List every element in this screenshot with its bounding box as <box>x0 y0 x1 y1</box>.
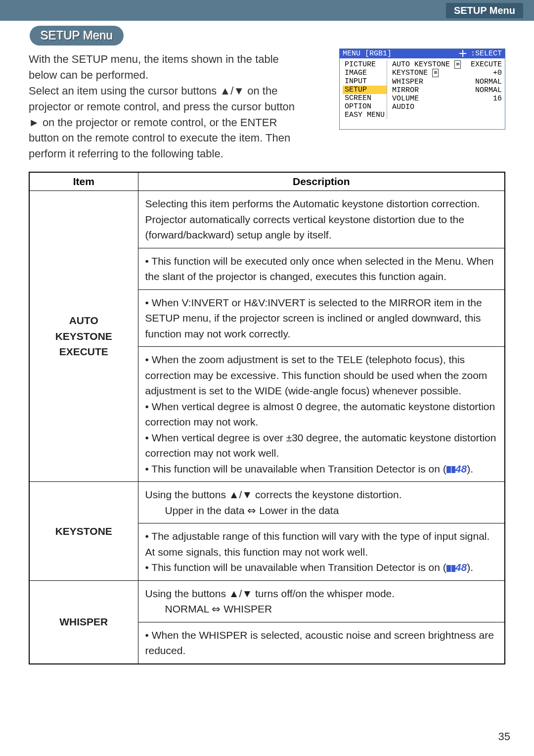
osd-left-item: PICTURE <box>343 60 387 69</box>
keystone-icon: ⌧ <box>432 69 439 77</box>
osd-menu-header: MENU [RGB1] :SELECT <box>340 49 505 58</box>
table-row: WHISPER Using the buttons ▲/▼ turns off/… <box>29 580 505 664</box>
osd-left-item: SCREEN <box>343 94 387 102</box>
item-keystone: KEYSTONE <box>29 482 138 581</box>
osd-left-item: EASY MENU <box>343 111 387 119</box>
divider <box>138 346 505 347</box>
osd-right-row: KEYSTONE ⌧+0 <box>392 69 502 77</box>
intro-text: With the SETUP menu, the items shown in … <box>0 46 326 162</box>
osd-menu-select: :SELECT <box>459 49 502 58</box>
osd-right-row: MIRRORNORMAL <box>392 86 502 94</box>
osd-left-item: INPUT <box>343 77 387 86</box>
osd-menu-body: PICTURE IMAGE INPUT SETUP SCREEN OPTION … <box>340 58 505 129</box>
desc-whisper: Using the buttons ▲/▼ turns off/on the w… <box>138 580 505 664</box>
keystone-icon: ⌧ <box>454 60 461 69</box>
divider <box>138 248 505 248</box>
osd-right-row: AUDIO <box>392 103 502 111</box>
col-item: Item <box>29 172 138 191</box>
book-icon <box>446 565 455 572</box>
header-bar: SETUP Menu <box>0 0 534 21</box>
desc-auto-keystone-execute: Selecting this item performs the Automat… <box>138 191 505 482</box>
osd-menu-illustration: MENU [RGB1] :SELECT PICTURE IMAGE INPUT … <box>339 48 505 130</box>
desc-keystone: Using the buttons ▲/▼ corrects the keyst… <box>138 482 505 581</box>
setup-table: Item Description AUTOKEYSTONEEXECUTE Sel… <box>29 172 505 664</box>
osd-right-row: WHISPERNORMAL <box>392 78 502 86</box>
item-auto-keystone-execute: AUTOKEYSTONEEXECUTE <box>29 191 138 482</box>
divider <box>138 289 505 290</box>
setup-table-wrap: Item Description AUTOKEYSTONEEXECUTE Sel… <box>0 162 534 664</box>
header-section: SETUP Menu <box>446 3 523 18</box>
osd-right-column: AUTO KEYSTONE ⌧EXECUTE KEYSTONE ⌧+0 WHIS… <box>387 60 502 119</box>
book-icon <box>446 466 455 473</box>
osd-left-item-highlighted: SETUP <box>343 86 387 94</box>
intro-p2: Select an item using the cursor buttons … <box>29 85 295 160</box>
page-number: 35 <box>498 730 510 743</box>
table-row: AUTOKEYSTONEEXECUTE Selecting this item … <box>29 191 505 482</box>
divider <box>138 523 505 523</box>
osd-menu-title: MENU [RGB1] <box>343 49 392 58</box>
osd-right-row: VOLUME16 <box>392 94 502 103</box>
intro-p1: With the SETUP menu, the items shown in … <box>29 53 279 81</box>
col-desc: Description <box>138 172 505 191</box>
page-ref: 48 <box>455 562 467 573</box>
osd-left-item: OPTION <box>343 102 387 111</box>
page-ref: 48 <box>455 463 467 474</box>
osd-left-item: IMAGE <box>343 69 387 77</box>
page-title-tab: SETUP Menu <box>30 26 124 46</box>
item-whisper: WHISPER <box>29 580 138 664</box>
osd-left-column: PICTURE IMAGE INPUT SETUP SCREEN OPTION … <box>343 60 387 119</box>
intro-block: With the SETUP menu, the items shown in … <box>0 46 534 162</box>
select-icon <box>459 50 466 57</box>
table-row: KEYSTONE Using the buttons ▲/▼ corrects … <box>29 482 505 581</box>
divider <box>138 622 505 622</box>
osd-right-row: AUTO KEYSTONE ⌧EXECUTE <box>392 60 502 69</box>
table-header-row: Item Description <box>29 172 505 191</box>
